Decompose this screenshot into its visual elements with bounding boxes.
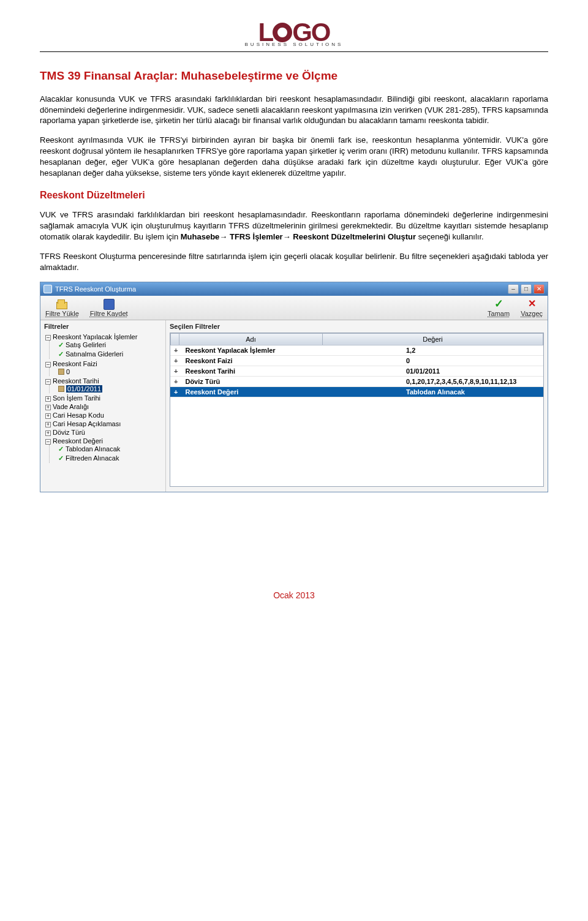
app-window: TFRS Reeskont Oluşturma – □ ✕ Filtre Yük…: [40, 282, 548, 492]
paragraph-4: TFRS Reeskont Oluşturma penceresinde fil…: [40, 251, 548, 273]
tree-toggle[interactable]: +: [45, 396, 51, 402]
tree-toggle[interactable]: +: [45, 405, 51, 410]
titlebar: TFRS Reeskont Oluşturma – □ ✕: [40, 282, 548, 296]
check-icon: ✓: [58, 341, 64, 348]
vazgec-button[interactable]: Vazgeç: [521, 298, 543, 317]
nav-path-1: Muhasebe: [181, 232, 220, 241]
filters-panel: Filtreler –Reeskont Yapılacak İşlemler ✓…: [40, 320, 166, 492]
row-expand-toggle[interactable]: +: [170, 345, 181, 356]
logo-tagline: BUSINESS SOLUTIONS: [245, 42, 344, 47]
tree-toggle[interactable]: –: [45, 379, 51, 385]
row-expand-toggle[interactable]: +: [170, 376, 181, 386]
window-minimize-button[interactable]: –: [508, 284, 519, 294]
table-row[interactable]: +Reeskont Tarihi01/01/2011: [170, 366, 543, 376]
folder-open-icon: [55, 298, 69, 309]
nav-path-3: Reeskont Düzeltmelerini Oluştur: [293, 232, 416, 241]
row-name: Reeskont Tarihi: [181, 366, 402, 376]
filtre-kaydet-button[interactable]: Filtre Kaydet: [90, 298, 128, 317]
row-expand-toggle[interactable]: +: [170, 386, 181, 397]
filtre-yukle-button[interactable]: Filtre Yükle: [45, 298, 79, 317]
row-value: Tablodan Alınacak: [402, 386, 543, 397]
row-name: Reeskont Değeri: [181, 386, 402, 397]
tree-toggle[interactable]: –: [45, 335, 51, 340]
row-name: Döviz Türü: [181, 376, 402, 386]
column-header-adi[interactable]: Adı: [179, 333, 323, 345]
table-row[interactable]: +Reeskont Faizi0: [170, 355, 543, 366]
nav-path-2: TFRS İşlemler: [230, 232, 283, 241]
header-divider: [40, 51, 548, 52]
tree-toggle[interactable]: –: [45, 362, 51, 367]
table-row[interactable]: +Döviz Türü0,1,20,17,2,3,4,5,6,7,8,9,10,…: [170, 376, 543, 386]
check-icon: [492, 298, 505, 309]
row-value: 1,2: [402, 345, 543, 356]
tree-toggle[interactable]: +: [45, 430, 51, 436]
page-footer: Ocak 2013: [40, 590, 548, 600]
page-title: TMS 39 Finansal Araçlar: Muhasebeleştirm…: [40, 69, 548, 83]
table-row[interactable]: +Reeskont Yapılacak İşlemler1,2: [170, 345, 543, 356]
paragraph-3: VUK ve TFRS arasındaki farklılıklardan b…: [40, 209, 548, 242]
window-title: TFRS Reeskont Oluşturma: [55, 285, 136, 293]
check-icon: ✓: [58, 445, 64, 453]
row-value: 0,1,20,17,2,3,4,5,6,7,8,9,10,11,12,13: [402, 376, 543, 386]
tree-selected-item[interactable]: 01/01/2011: [66, 385, 102, 393]
tree-toggle[interactable]: +: [45, 422, 51, 427]
filters-tree[interactable]: –Reeskont Yapılacak İşlemler ✓Satış Geli…: [44, 333, 162, 464]
paragraph-1: Alacaklar konusunda VUK ve TFRS arasında…: [40, 94, 548, 127]
column-header-degeri[interactable]: Değeri: [323, 333, 543, 345]
row-value: 0: [402, 355, 543, 366]
check-icon: ✓: [58, 454, 64, 462]
titlebar-icon: [43, 285, 52, 293]
window-maximize-button[interactable]: □: [521, 284, 532, 294]
row-value: 01/01/2011: [402, 366, 543, 376]
toolbar: Filtre Yükle Filtre Kaydet Tamam Vazgeç: [40, 296, 548, 320]
table-row[interactable]: +Reeskont DeğeriTablodan Alınacak: [170, 386, 543, 397]
selected-filters-grid[interactable]: Adı Değeri +Reeskont Yapılacak İşlemler1…: [170, 333, 544, 487]
window-close-button[interactable]: ✕: [533, 284, 545, 294]
cancel-icon: [525, 298, 538, 309]
check-icon: ✓: [58, 350, 64, 358]
row-expand-toggle[interactable]: +: [170, 355, 181, 366]
selected-filters-title: Seçilen Filtreler: [170, 323, 544, 330]
field-icon: [58, 386, 64, 392]
tree-toggle[interactable]: –: [45, 439, 51, 445]
filters-panel-title: Filtreler: [44, 323, 162, 330]
selected-filters-panel: Seçilen Filtreler Adı Değeri +Reeskont Y…: [166, 320, 548, 492]
logo: LGO BUSINESS SOLUTIONS: [40, 21, 548, 48]
field-icon: [58, 369, 64, 375]
paragraph-2: Reeskont ayrılmasında VUK ile TFRS'yi bi…: [40, 135, 548, 179]
save-icon: [102, 298, 116, 309]
section-heading: Reeskont Düzeltmeleri: [40, 190, 548, 201]
row-name: Reeskont Yapılacak İşlemler: [181, 345, 402, 356]
row-name: Reeskont Faizi: [181, 355, 402, 366]
tree-toggle[interactable]: +: [45, 413, 51, 419]
row-expand-toggle[interactable]: +: [170, 366, 181, 376]
tamam-button[interactable]: Tamam: [488, 298, 510, 317]
